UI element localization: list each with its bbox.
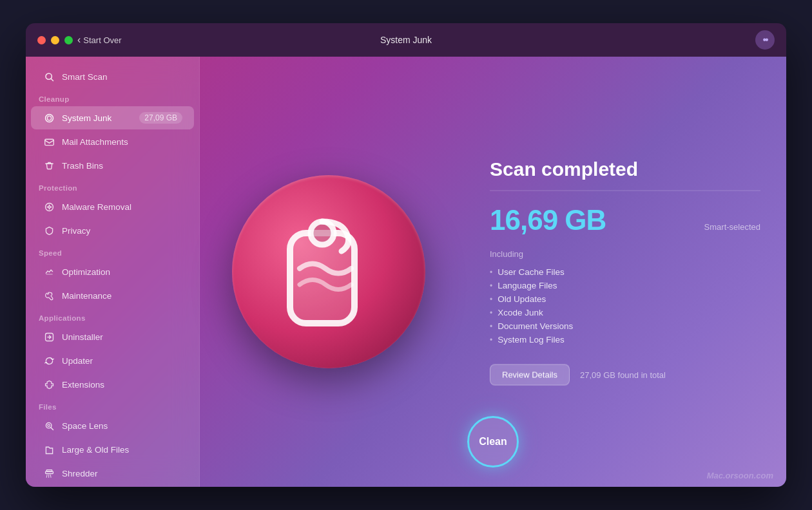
sidebar-item-extensions[interactable]: Extensions (31, 373, 194, 396)
large-old-files-label: Large & Old Files (62, 445, 182, 455)
list-item: System Log Files (490, 333, 760, 346)
trash-bins-label: Trash Bins (62, 161, 182, 171)
sidebar-item-smart-scan[interactable]: Smart Scan (31, 65, 194, 88)
maintenance-label: Maintenance (62, 291, 182, 301)
svg-point-4 (45, 203, 53, 211)
including-label: Including (490, 249, 760, 259)
section-protection: Protection (26, 178, 199, 194)
sidebar-item-optimization[interactable]: Optimization (31, 260, 194, 283)
svg-line-10 (51, 428, 53, 430)
sidebar-item-space-lens[interactable]: Space Lens (31, 414, 194, 437)
list-item: Language Files (490, 279, 760, 292)
section-files: Files (26, 397, 199, 413)
back-button[interactable]: ‹ Start Over (77, 34, 122, 46)
close-button[interactable] (37, 36, 46, 44)
sidebar-item-system-junk[interactable]: System Junk 27,09 GB (31, 106, 194, 129)
right-panel: Scan completed 16,69 GB Smart-selected I… (490, 158, 760, 386)
privacy-label: Privacy (62, 226, 182, 236)
clean-button[interactable]: Clean (467, 416, 519, 468)
smart-selected-label: Smart-selected (704, 222, 760, 232)
optimization-icon (43, 265, 55, 278)
svg-point-5 (48, 205, 50, 207)
system-junk-size: 27,09 GB (139, 112, 182, 124)
list-item: User Cache Files (490, 265, 760, 279)
minimize-button[interactable] (51, 36, 59, 44)
trash-bins-icon (43, 159, 55, 172)
extensions-icon (43, 378, 55, 391)
app-icon-area (219, 162, 438, 381)
app-window: ‹ Start Over System Junk •• Smart Scan (26, 23, 786, 487)
app-icon-circle (232, 175, 425, 368)
sidebar-item-updater[interactable]: Updater (31, 349, 194, 372)
malware-removal-label: Malware Removal (62, 202, 182, 212)
bottom-row: Review Details 27,09 GB found in total (490, 364, 760, 386)
list-item: Xcode Junk (490, 306, 760, 319)
sidebar-item-privacy[interactable]: Privacy (31, 219, 194, 242)
sidebar: Smart Scan Cleanup System Junk 27,09 GB (26, 57, 200, 487)
cleaner-icon (258, 201, 400, 343)
main-area: Smart Scan Cleanup System Junk 27,09 GB (26, 57, 786, 487)
content-area: Scan completed 16,69 GB Smart-selected I… (200, 57, 786, 487)
maintenance-icon (43, 289, 55, 302)
size-value: 16,69 GB (490, 204, 606, 236)
back-button-label: Start Over (83, 35, 121, 45)
found-total-label: 27,09 GB found in total (580, 370, 666, 380)
space-lens-label: Space Lens (62, 421, 182, 431)
privacy-icon (43, 224, 55, 237)
system-junk-label: System Junk (62, 113, 133, 123)
shredder-icon (43, 467, 55, 480)
svg-rect-3 (44, 139, 53, 145)
sidebar-item-trash-bins[interactable]: Trash Bins (31, 154, 194, 177)
list-item: Old Updates (490, 292, 760, 306)
titlebar: ‹ Start Over System Junk •• (26, 23, 786, 57)
review-details-button[interactable]: Review Details (490, 364, 570, 386)
window-title: System Junk (380, 35, 432, 45)
svg-rect-15 (46, 469, 52, 471)
maximize-button[interactable] (64, 36, 73, 44)
settings-dots-icon: •• (762, 34, 767, 46)
updater-label: Updater (62, 356, 182, 366)
file-list: User Cache Files Language Files Old Upda… (490, 265, 760, 346)
sidebar-item-maintenance[interactable]: Maintenance (31, 284, 194, 307)
sidebar-smart-scan-label: Smart Scan (62, 72, 182, 82)
svg-point-0 (45, 73, 51, 79)
uninstaller-icon (43, 330, 55, 343)
section-speed: Speed (26, 243, 199, 260)
mail-attachments-label: Mail Attachments (62, 137, 182, 147)
section-cleanup: Cleanup (26, 89, 199, 106)
scan-completed-title: Scan completed (490, 158, 760, 180)
large-old-files-icon (43, 443, 55, 456)
mail-icon (43, 135, 55, 148)
svg-point-9 (47, 424, 49, 426)
updater-icon (43, 354, 55, 367)
sidebar-item-uninstaller[interactable]: Uninstaller (31, 325, 194, 348)
back-chevron-icon: ‹ (77, 34, 81, 46)
svg-line-14 (50, 475, 51, 477)
clean-button-container: Clean (467, 416, 519, 468)
list-item: Document Versions (490, 319, 760, 333)
extensions-label: Extensions (62, 380, 182, 390)
traffic-lights (37, 36, 73, 44)
sidebar-item-shredder[interactable]: Shredder (31, 462, 194, 485)
sidebar-item-large-old-files[interactable]: Large & Old Files (31, 438, 194, 461)
svg-point-2 (45, 114, 53, 122)
optimization-label: Optimization (62, 267, 182, 277)
sidebar-item-malware-removal[interactable]: Malware Removal (31, 195, 194, 218)
settings-button[interactable]: •• (755, 30, 775, 50)
section-applications: Applications (26, 308, 199, 325)
divider (490, 191, 760, 191)
size-row: 16,69 GB Smart-selected (490, 204, 760, 236)
svg-line-12 (46, 475, 47, 477)
svg-line-1 (51, 79, 53, 80)
smart-scan-icon (43, 70, 55, 83)
sidebar-item-mail-attachments[interactable]: Mail Attachments (31, 130, 194, 153)
titlebar-center: System Junk (380, 35, 432, 45)
space-lens-icon (43, 419, 55, 432)
malware-icon (43, 200, 55, 213)
uninstaller-label: Uninstaller (62, 332, 182, 342)
shredder-label: Shredder (62, 469, 182, 478)
watermark: Mac.orsoon.com (707, 471, 773, 480)
system-junk-icon (43, 111, 55, 124)
